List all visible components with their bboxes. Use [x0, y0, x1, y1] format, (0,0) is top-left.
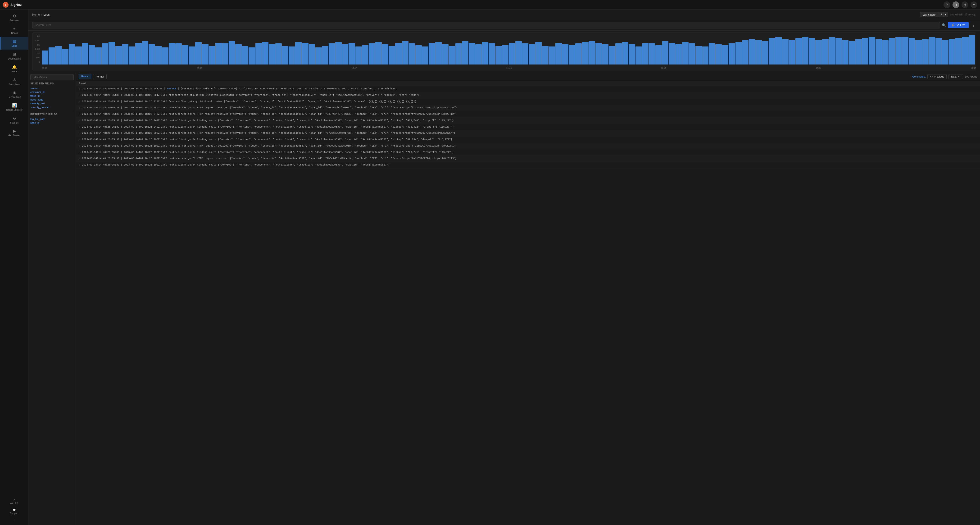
go-live-button[interactable]: ⚡ Go Live [948, 22, 969, 28]
get-started-icon: ▶ [13, 129, 16, 133]
sidebar-item-exceptions[interactable]: ⚠ Exceptions [0, 75, 28, 88]
chart-bar [435, 42, 442, 64]
time-dropdown-button[interactable]: ▾ [943, 12, 948, 17]
sidebar-item-traces[interactable]: ≡ Traces [0, 24, 28, 37]
filter-container-id[interactable]: container_id [30, 90, 74, 94]
filter-severity-text[interactable]: severity_text [30, 102, 74, 105]
chart-container: 3 K 2.5 K 2 K 1.5 K 1 K 500 0 08:49 09:4… [32, 32, 976, 70]
raw-view-button[interactable]: Raw ▾ [79, 74, 91, 79]
sidebar-item-alerts[interactable]: 🔔 Alerts [0, 62, 28, 75]
breadcrumb-links: Home / Logs [32, 13, 49, 16]
chart-bar [715, 44, 722, 64]
filter-trace-flags[interactable]: trace_flags [30, 98, 74, 102]
chart-area: 3 K 2.5 K 2 K 1.5 K 1 K 500 0 08:49 09:4… [29, 30, 980, 72]
sidebar-item-get-started[interactable]: ▶ Get Started [0, 126, 28, 139]
filter-severity-number[interactable]: severity_number [30, 105, 74, 109]
chart-bar [115, 46, 122, 64]
format-button[interactable]: Format [93, 74, 107, 79]
chart-bar [229, 41, 235, 64]
expand-icon: ▷ [79, 145, 81, 147]
sidebar-item-services[interactable]: ⚙ Services [0, 11, 28, 24]
chart-bar [549, 46, 555, 64]
ylabel-0: 0 [32, 61, 41, 63]
log-entry[interactable]: ▷2023-03-14T14:48:26+05:30 | 2023-03-14T… [76, 92, 980, 99]
xlabel-0948: 09:48 [197, 67, 202, 69]
chart-bar [896, 37, 902, 64]
chart-bar [682, 42, 689, 64]
filter-log-file-path[interactable]: log_file_path [30, 117, 74, 121]
exceptions-icon: ⚠ [13, 78, 16, 82]
sidebar-collapse[interactable]: ‹ [1, 517, 27, 523]
log-entry[interactable]: ▷2023-03-14T14:48:26+05:30 | 2023-03-14T… [76, 124, 980, 131]
log-entry[interactable]: ▷2023-03-14T14:48:26+05:30 | 2023-03-14T… [76, 105, 980, 111]
help-icon[interactable]: ? [943, 2, 950, 8]
sidebar-item-settings[interactable]: ⚙ Settings [0, 113, 28, 126]
sidebar-item-dashboards[interactable]: ⊞ Dashboards [0, 49, 28, 62]
expand-icon: ▷ [79, 151, 81, 154]
more-options-button[interactable]: ⋮ [970, 22, 976, 29]
chart-bar [595, 43, 602, 64]
chart-bar [189, 46, 195, 64]
log-entry[interactable]: ▷2023-03-14T14:48:26+05:30 | 2023-03-14T… [76, 99, 980, 105]
log-entry[interactable]: ▷2023-03-14T14:48:26+05:30 | 2023-03-14T… [76, 137, 980, 143]
chart-bar [642, 43, 649, 64]
breadcrumb-current: Logs [43, 13, 49, 16]
support-icon: 💬 [13, 509, 16, 511]
breadcrumb-home[interactable]: Home [32, 13, 40, 16]
log-entry[interactable]: ▷2023-03-14T14:48:26+05:30 | 2023-03-14T… [76, 111, 980, 118]
chart-bar [175, 43, 182, 64]
chart-bar [82, 43, 88, 64]
log-entry[interactable]: ▷2023-03-14T14:48:26+05:30 | 2023-03-14T… [76, 156, 980, 162]
chart-bar [962, 37, 968, 64]
chart-bar [762, 41, 768, 64]
filter-values-input[interactable] [30, 74, 74, 80]
chevron-down-icon[interactable]: ▾ [970, 2, 977, 8]
go-to-latest-button[interactable]: ↑ Go to latest [910, 75, 926, 78]
filter-span-id[interactable]: span_id [30, 121, 74, 125]
log-entry[interactable]: ▷2023-03-14T14:48:26+05:30 | 2023-03-14T… [76, 143, 980, 149]
chart-bar [628, 44, 635, 64]
log-link[interactable]: 944288 [167, 87, 176, 90]
log-entry[interactable]: ▷2023-03-14T14:48:26+05:30 | 2023-03-14T… [76, 130, 980, 137]
chart-bar [809, 38, 815, 64]
previous-button[interactable]: ‹ < Previous [928, 74, 947, 79]
log-entry[interactable]: ▷2023-03-14T14:48:26+05:30 | 2023-03-14T… [76, 118, 980, 124]
chart-bar [348, 43, 355, 64]
refresh-button[interactable]: ↺ [938, 12, 943, 17]
log-entry[interactable]: ▷2023-03-14T14:48:26+05:30 | 2023-03-14T… [76, 149, 980, 156]
next-button[interactable]: Next > › [948, 74, 963, 79]
filter-trace-id[interactable]: trace_id [30, 94, 74, 98]
sidebar-item-usage-explorer[interactable]: 📊 Usage Explorer [0, 101, 28, 113]
chart-bar [902, 37, 908, 64]
chart-bar [942, 40, 948, 64]
version-label: v0.17.0 [10, 502, 18, 505]
log-entry[interactable]: ▷2023-03-14T14:48:26+05:30 | 2023.03.14 … [76, 86, 980, 92]
log-text: 2023-03-14T14:48:26+05:30 | 2023-03-14T0… [82, 157, 977, 161]
time-range-button[interactable]: Last 6 hour [920, 12, 938, 17]
sidebar-item-logs[interactable]: ▤ Logs [0, 37, 28, 49]
sidebar-item-service-map[interactable]: ◉ Service Map [0, 88, 28, 101]
chart-bar [515, 41, 522, 64]
log-entry[interactable]: ▷2023-03-14T14:48:26+05:30 | 2023-03-14T… [76, 162, 980, 168]
sidebar-support[interactable]: 💬 Support [1, 507, 27, 517]
chart-bar [488, 43, 495, 64]
chart-bar [882, 40, 889, 64]
settings-icon: ⚙ [13, 116, 16, 120]
chart-bar [388, 46, 395, 64]
ylabel-2k: 2 K [32, 44, 41, 46]
chart-bar [415, 45, 422, 64]
chart-bar [829, 37, 835, 64]
chart-bar [815, 40, 822, 64]
app-name: SigNoz [10, 3, 22, 6]
chart-bar [262, 42, 269, 64]
chart-bar [169, 43, 175, 64]
time-range-actions: ↺ ▾ [938, 12, 948, 17]
search-input[interactable] [32, 22, 940, 29]
avatar[interactable]: TT [953, 2, 959, 8]
filter-stream[interactable]: stream [30, 86, 74, 90]
chart-bar [315, 48, 322, 64]
chart-bar [869, 37, 875, 64]
user-icon[interactable]: H [961, 2, 968, 8]
chart-bar [709, 43, 715, 64]
chart-bar [209, 46, 215, 64]
